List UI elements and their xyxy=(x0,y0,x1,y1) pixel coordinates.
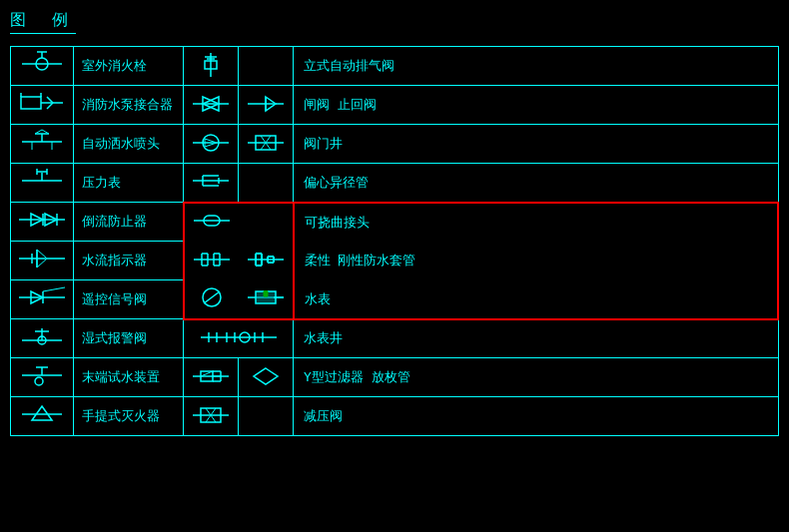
label-cell: 倒流防止器 xyxy=(74,203,184,242)
table-row-highlight1: 倒流防止器 可挠曲接头 xyxy=(11,203,779,242)
wet-alarm-icon xyxy=(17,322,67,350)
remote-signal-valve-icon xyxy=(17,283,67,311)
extinguisher-sym-icon xyxy=(191,401,231,429)
sym-cell2-highlight xyxy=(239,203,294,242)
label-cell: 消防水泵接合器 xyxy=(74,86,184,125)
main-page: 图 例 室外消火栓 立式 xyxy=(0,0,789,532)
backflow-preventer-icon xyxy=(17,206,67,234)
table-row: 湿式报警阀 水表井 xyxy=(11,319,779,358)
svg-marker-108 xyxy=(254,368,278,384)
right-label-h3: 水表 xyxy=(294,280,779,319)
sprinkler-icon xyxy=(17,128,67,156)
sym-cell xyxy=(184,125,239,164)
sym-cell xyxy=(184,164,239,203)
table-row: 消防水泵接合器 闸阀 止回阀 xyxy=(11,86,779,125)
symbol-cell xyxy=(11,397,74,436)
sym-cell-h3 xyxy=(184,280,239,319)
label-cell: 压力表 xyxy=(74,164,184,203)
label-cell: 遥控信号阀 xyxy=(74,280,184,319)
sym-cell2 xyxy=(239,164,294,203)
symbol-cell xyxy=(11,164,74,203)
table-row: 室外消火栓 立式自动排气阀 xyxy=(11,47,779,86)
svg-line-78 xyxy=(204,291,220,303)
table-row: 自动洒水喷头 阀门井 xyxy=(11,125,779,164)
end-test-sym-icon xyxy=(191,362,231,390)
rigid-sleeve-icon xyxy=(246,246,286,273)
label-cell: 末端试水装置 xyxy=(74,358,184,397)
legend-table: 室外消火栓 立式自动排气阀 xyxy=(10,46,779,436)
symbol-cell xyxy=(11,203,74,242)
right-label: 立式自动排气阀 xyxy=(294,47,779,86)
table-row: 手提式灭火器 减压阀 xyxy=(11,397,779,436)
sym-cell xyxy=(184,397,239,436)
end-test-icon xyxy=(17,361,67,389)
vertical-valve-icon xyxy=(191,51,231,79)
portable-extinguisher-icon xyxy=(17,400,67,428)
fire-pump-adapter-icon xyxy=(17,89,67,117)
butterfly-valve-icon xyxy=(191,90,231,118)
sym-cell2-h2 xyxy=(239,242,294,280)
motor-valve-icon xyxy=(191,129,231,157)
right-label-h2: 柔性 刚性防水套管 xyxy=(294,242,779,280)
table-row-highlight3: 遥控信号阀 水表 xyxy=(11,280,779,319)
label-cell: 水流指示器 xyxy=(74,242,184,280)
label-cell: 手提式灭火器 xyxy=(74,397,184,436)
symbol-cell xyxy=(11,319,74,358)
sym-cell xyxy=(184,47,239,86)
symbol-cell xyxy=(11,358,74,397)
svg-marker-83 xyxy=(264,291,268,296)
diamond-sym-icon xyxy=(246,362,286,390)
svg-marker-110 xyxy=(32,406,52,420)
symbol-cell xyxy=(11,280,74,319)
label-cell: 自动洒水喷头 xyxy=(74,125,184,164)
sym-cell-h2 xyxy=(184,242,239,280)
symbol-cell xyxy=(11,125,74,164)
sym-cell2 xyxy=(239,86,294,125)
sym-cell xyxy=(184,86,239,125)
table-row: 压力表 偏心异径管 xyxy=(11,164,779,203)
symbol-cell xyxy=(11,242,74,280)
sym-cell2 xyxy=(239,358,294,397)
right-label: Y型过滤器 放枚管 xyxy=(294,358,779,397)
svg-rect-8 xyxy=(21,97,41,109)
eccentric-reducer-icon xyxy=(191,167,231,195)
sym-cell2 xyxy=(239,397,294,436)
symbol-cell xyxy=(11,47,74,86)
sym-cell xyxy=(184,358,239,397)
water-meter-sym-icon xyxy=(246,283,286,311)
flexible-joint-icon xyxy=(192,207,232,235)
outdoor-fire-hydrant-icon xyxy=(17,50,67,78)
right-label: 偏心异径管 xyxy=(294,164,779,203)
sym-cell-wide xyxy=(184,319,294,358)
pressure-gauge-icon xyxy=(17,167,67,195)
label-cell: 室外消火栓 xyxy=(74,47,184,86)
right-label: 闸阀 止回阀 xyxy=(294,86,779,125)
symbol-cell xyxy=(11,86,74,125)
right-label-highlight: 可挠曲接头 xyxy=(294,203,779,242)
solenoid-valve-icon xyxy=(246,129,286,157)
svg-line-10 xyxy=(47,97,53,103)
sym-cell2-h3 xyxy=(239,280,294,319)
svg-line-11 xyxy=(47,103,53,109)
flow-indicator-icon xyxy=(17,245,67,272)
right-label: 阀门井 xyxy=(294,125,779,164)
svg-line-76 xyxy=(43,287,65,291)
table-row: 末端试水装置 Y型过滤器 放枚管 xyxy=(11,358,779,397)
sym-cell2 xyxy=(239,47,294,86)
page-title: 图 例 xyxy=(10,10,76,34)
right-label: 水表井 xyxy=(294,319,779,358)
title-section: 图 例 xyxy=(10,10,779,38)
signal-valve2-icon xyxy=(192,283,232,311)
sym-cell2 xyxy=(239,125,294,164)
table-row-highlight2: 水流指示器 xyxy=(11,242,779,280)
check-valve-icon xyxy=(246,90,286,118)
right-label: 减压阀 xyxy=(294,397,779,436)
sym-cell-highlight xyxy=(184,203,239,242)
water-meter-detail-icon xyxy=(199,323,279,351)
flexible-sleeve1-icon xyxy=(192,246,232,273)
label-cell: 湿式报警阀 xyxy=(74,319,184,358)
svg-point-100 xyxy=(35,377,43,385)
